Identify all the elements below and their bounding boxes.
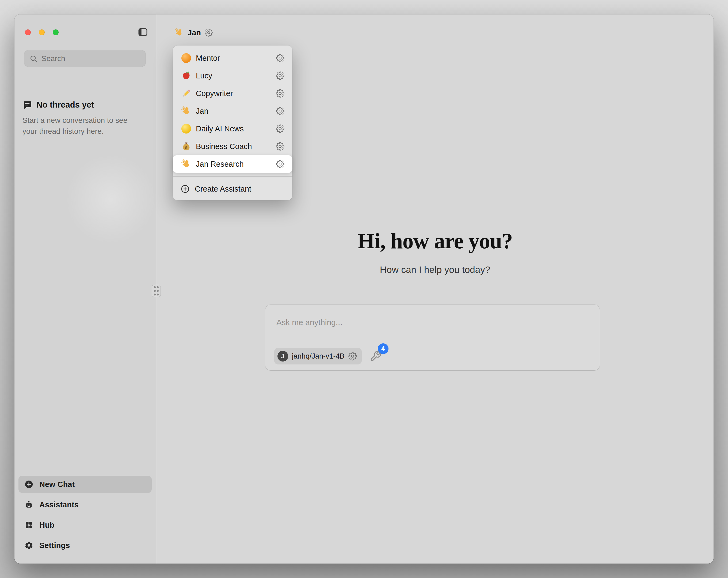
assistant-menu-item-label: Lucy: [196, 71, 276, 80]
gear-icon[interactable]: [205, 29, 213, 37]
assistants-icon: [24, 500, 33, 509]
assistant-menu-item-mentor[interactable]: Mentor: [173, 49, 292, 67]
create-assistant-item[interactable]: Create Assistant: [173, 180, 292, 198]
assistant-avatar-icon: [181, 123, 191, 134]
sidebar-item-label: New Chat: [39, 480, 75, 489]
assistant-avatar-icon: $: [181, 141, 191, 152]
plus-circle-icon: [180, 184, 190, 194]
search-field[interactable]: [24, 50, 146, 67]
assistant-menu-item-label: Business Coach: [196, 142, 276, 151]
sidebar-item-hub[interactable]: Hub: [19, 517, 152, 534]
sidebar-item-label: Assistants: [39, 500, 79, 509]
svg-text:$: $: [185, 145, 187, 150]
composer-input[interactable]: [277, 315, 571, 330]
assistant-menu-item-jan[interactable]: Jan: [173, 102, 292, 120]
assistant-menu-item-business-coach[interactable]: $ Business Coach: [173, 137, 292, 155]
assistant-menu-item-daily-ai-news[interactable]: Daily AI News: [173, 120, 292, 137]
search-icon: [29, 54, 38, 63]
zoom-button[interactable]: [53, 29, 59, 35]
assistant-selector-button[interactable]: Jan: [170, 24, 217, 41]
assistant-avatar-icon: [181, 159, 191, 169]
assistant-avatar-icon: [181, 70, 191, 81]
threads-empty-state: No threads yet Start a new conversation …: [23, 100, 147, 137]
create-assistant-label: Create Assistant: [195, 185, 251, 194]
gear-icon[interactable]: [276, 71, 284, 80]
assistant-avatar-icon: [174, 28, 184, 37]
menu-divider: [173, 176, 292, 177]
no-threads-title: No threads yet: [36, 100, 94, 110]
gear-icon[interactable]: [276, 89, 284, 98]
sidebar-item-new-chat[interactable]: New Chat: [19, 476, 152, 493]
close-button[interactable]: [25, 29, 31, 35]
composer[interactable]: J janhq/Jan-v1-4B 4: [265, 304, 600, 371]
app-window: No threads yet Start a new conversation …: [15, 15, 713, 563]
assistant-menu-item-label: Daily AI News: [196, 124, 276, 133]
assistant-dropdown-menu: Mentor Lucy Copywriter Jan Daily AI News: [173, 46, 292, 200]
hub-icon: [24, 521, 33, 530]
assistant-menu-item-label: Jan: [196, 107, 276, 116]
model-selector-pill[interactable]: J janhq/Jan-v1-4B: [274, 348, 362, 365]
assistant-menu-item-label: Copywriter: [196, 89, 276, 98]
gear-icon[interactable]: [348, 352, 357, 360]
greeting-subtitle: How can I help you today?: [157, 265, 713, 275]
search-input[interactable]: [42, 54, 141, 63]
no-threads-description: Start a new conversation to see your thr…: [23, 115, 137, 137]
model-name: janhq/Jan-v1-4B: [292, 352, 345, 360]
assistant-avatar-icon: [181, 88, 191, 99]
gear-icon[interactable]: [276, 54, 284, 62]
minimize-button[interactable]: [39, 29, 45, 35]
gear-icon[interactable]: [276, 107, 284, 115]
sidebar-item-settings[interactable]: Settings: [19, 537, 152, 554]
greeting-title: Hi, how are you?: [157, 228, 713, 254]
sidebar-nav: New Chat Assistants Hub Settings: [19, 476, 152, 554]
sidebar-item-label: Settings: [39, 541, 70, 550]
assistant-menu-item-copywriter[interactable]: Copywriter: [173, 84, 292, 102]
tools-count-badge: 4: [378, 343, 389, 354]
main-area: Jan Mentor Lucy Copywriter Jan: [157, 15, 713, 563]
assistant-menu-item-label: Mentor: [196, 54, 276, 62]
plus-circle-icon: [24, 480, 33, 489]
tools-button[interactable]: 4: [370, 350, 382, 362]
gear-icon[interactable]: [276, 160, 284, 168]
assistant-avatar-icon: [181, 106, 191, 117]
model-avatar: J: [278, 351, 288, 361]
sidebar-toggle-icon[interactable]: [137, 27, 148, 37]
gear-icon[interactable]: [276, 142, 284, 151]
assistant-menu-item-lucy[interactable]: Lucy: [173, 67, 292, 84]
gear-icon[interactable]: [276, 124, 284, 133]
greeting: Hi, how are you? How can I help you toda…: [157, 228, 713, 275]
assistant-selector-label: Jan: [187, 28, 201, 37]
gear-icon: [24, 541, 33, 550]
window-controls: [25, 29, 59, 35]
sidebar-resize-grip[interactable]: [152, 285, 161, 297]
chat-bubble-icon: [23, 100, 32, 110]
assistant-avatar-icon: [181, 53, 191, 64]
assistant-menu-item-jan-research[interactable]: Jan Research: [173, 155, 292, 173]
composer-toolbar: J janhq/Jan-v1-4B 4: [274, 348, 382, 365]
assistant-menu-item-label: Jan Research: [196, 160, 276, 169]
sidebar: No threads yet Start a new conversation …: [15, 15, 156, 563]
sidebar-item-label: Hub: [39, 521, 54, 530]
sidebar-item-assistants[interactable]: Assistants: [19, 496, 152, 513]
